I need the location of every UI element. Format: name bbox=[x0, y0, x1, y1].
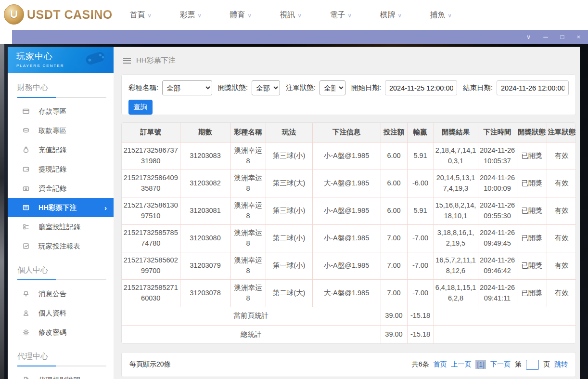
table-cell: 20,14,5,13,17,4,19,3 bbox=[434, 170, 478, 197]
column-header: 下注信息 bbox=[312, 123, 381, 142]
table-cell: 5.91 bbox=[407, 197, 434, 224]
funds-record-icon bbox=[22, 184, 30, 192]
sidebar-item-deposit[interactable]: 存款專區 bbox=[8, 102, 114, 121]
current-page-badge: [1] bbox=[475, 360, 486, 369]
jump-action-link[interactable]: 跳转 bbox=[554, 360, 568, 369]
table-cell: 31203081 bbox=[180, 197, 230, 224]
page-jump-input[interactable] bbox=[526, 360, 539, 370]
table-row: 215217325867373198031203083澳洲幸运8第三球(小)小-… bbox=[122, 142, 576, 170]
nav-item-label: 棋牌 bbox=[380, 11, 395, 19]
sidebar-item-room-bet-record[interactable]: 廳室投註記錄 bbox=[8, 217, 114, 236]
sidebar-section-title: 個人中心 bbox=[8, 262, 114, 279]
chevron-down-icon: ∨ bbox=[447, 13, 451, 18]
agent-rules-doc-icon bbox=[22, 376, 30, 379]
lottery-name-select[interactable]: 全部 bbox=[162, 80, 212, 95]
sidebar-item-funds-record[interactable]: 資金記錄 bbox=[8, 179, 114, 198]
order-status-select[interactable]: 全部 bbox=[320, 80, 345, 95]
sidebar-item-withdrawal-record[interactable]: 提現記錄 bbox=[8, 159, 114, 179]
sidebar-item-lottery-bet[interactable]: HH彩票下注› bbox=[8, 198, 114, 217]
minimize-button[interactable]: ─ bbox=[543, 34, 548, 40]
nav-item-2[interactable]: 彩票∨ bbox=[166, 10, 216, 20]
query-button[interactable]: 查詢 bbox=[128, 100, 153, 115]
table-cell: 小-A盤@1.985 bbox=[312, 252, 381, 279]
draw-status-select[interactable]: 全部 bbox=[252, 80, 280, 95]
table-cell: 31203079 bbox=[180, 252, 230, 279]
bets-table-card: 訂單號期數彩種名稱玩法下注信息投注額輸贏開獎結果下注時間開獎狀態注單狀態2152… bbox=[121, 122, 576, 344]
table-cell: 第三球(小) bbox=[266, 142, 312, 170]
summary-win-loss-total: -15.18 bbox=[407, 307, 434, 325]
table-cell: 2,18,4,7,14,10,3,1 bbox=[434, 142, 478, 170]
column-header: 投注額 bbox=[381, 123, 407, 142]
start-date-input[interactable] bbox=[385, 80, 457, 95]
sidebar-item-label: 代理規則說明 bbox=[38, 376, 80, 379]
sidebar-section-underline bbox=[17, 366, 106, 366]
prev-page-link[interactable]: 上一页 bbox=[451, 360, 471, 369]
table-row: 215217325864093587031203082澳洲幸运8第三球(大)大-… bbox=[122, 170, 576, 197]
recharge-record-icon bbox=[22, 146, 30, 154]
sidebar-item-profile-person[interactable]: 個人資料 bbox=[8, 303, 114, 323]
roll-up-button[interactable]: ∨ bbox=[526, 34, 531, 40]
table-cell: 6.00 bbox=[381, 142, 407, 170]
nav-item-3[interactable]: 體育∨ bbox=[216, 10, 266, 20]
sidebar-item-label: 修改密碼 bbox=[38, 328, 66, 337]
table-row: 215217325856029970031203079澳洲幸运8第一球(小)小-… bbox=[122, 252, 576, 279]
nav-item-6[interactable]: 棋牌∨ bbox=[366, 10, 416, 20]
sidebar-item-recharge-record[interactable]: 充值記錄 bbox=[8, 140, 114, 159]
lottery-bet-icon bbox=[22, 204, 30, 211]
sidebar-item-password-gear[interactable]: 修改密碼 bbox=[8, 323, 114, 342]
table-cell: 澳洲幸运8 bbox=[230, 197, 266, 224]
column-header: 輸贏 bbox=[407, 123, 434, 142]
bets-table: 訂單號期數彩種名稱玩法下注信息投注額輸贏開獎結果下注時間開獎狀態注單狀態2152… bbox=[122, 123, 576, 343]
column-header: 開獎狀態 bbox=[517, 123, 547, 142]
table-cell: 2024-11-26 09:41:11 bbox=[478, 279, 517, 307]
table-cell: 第一球(小) bbox=[266, 252, 312, 279]
deposit-icon bbox=[22, 107, 30, 115]
table-cell: 已開獎 bbox=[517, 142, 547, 170]
nav-item-5[interactable]: 電子∨ bbox=[316, 10, 366, 20]
table-row: 215217325861309751031203081澳洲幸运8第三球(小)小-… bbox=[122, 197, 576, 224]
table-cell: 2024-11-26 09:55:30 bbox=[478, 197, 517, 224]
hamburger-menu-icon[interactable] bbox=[123, 58, 131, 64]
table-cell: 2152173258560299700 bbox=[122, 252, 180, 279]
sidebar-item-label: 廳室投註記錄 bbox=[38, 222, 80, 232]
sidebar-item-label: 充值記錄 bbox=[38, 145, 66, 155]
next-page-link[interactable]: 下一页 bbox=[490, 360, 511, 369]
chevron-down-icon: ∨ bbox=[197, 13, 201, 18]
table-cell: 6.00 bbox=[381, 197, 407, 224]
end-date-input[interactable] bbox=[497, 80, 569, 95]
chevron-down-icon: ∨ bbox=[247, 13, 251, 18]
page-title: HH彩票下注 bbox=[136, 56, 176, 65]
total-count-text: 共6条 bbox=[412, 360, 429, 369]
draw-status-label: 開獎狀態: bbox=[218, 83, 248, 92]
nav-item-label: 彩票 bbox=[179, 11, 195, 19]
sidebar-section-underline bbox=[17, 279, 106, 280]
sidebar-item-agent-rules-doc[interactable]: 代理規則說明 bbox=[8, 370, 114, 379]
table-cell: 31203080 bbox=[180, 224, 230, 252]
table-cell: 有效 bbox=[547, 170, 576, 197]
table-cell: 澳洲幸运8 bbox=[230, 170, 266, 197]
maximize-button[interactable]: □ bbox=[561, 34, 564, 40]
column-header: 下注時間 bbox=[478, 123, 517, 142]
sidebar-item-player-bet-report[interactable]: 玩家投注報表 bbox=[8, 236, 114, 256]
withdrawal-record-icon bbox=[22, 165, 30, 173]
table-cell: 2152173258613097510 bbox=[122, 197, 180, 224]
close-button[interactable]: × bbox=[576, 34, 580, 40]
jump-prefix-text: 第 bbox=[515, 360, 522, 369]
sidebar-item-label: 取款專區 bbox=[38, 126, 66, 135]
table-cell: 7.00 bbox=[381, 279, 407, 307]
sidebar-item-notice-bell[interactable]: 消息公告 bbox=[8, 284, 114, 303]
sidebar-item-label: 提現記錄 bbox=[38, 165, 66, 174]
summary-label: 當前頁統計 bbox=[122, 307, 381, 325]
table-cell: 有效 bbox=[547, 142, 576, 170]
brand-logo[interactable]: U USDT CASINO bbox=[4, 4, 113, 25]
chevron-down-icon: ∨ bbox=[147, 13, 151, 18]
table-cell: 已開獎 bbox=[517, 252, 547, 279]
table-cell: 第三球(小) bbox=[266, 197, 312, 224]
sidebar-item-withdraw[interactable]: 取款專區 bbox=[8, 121, 114, 140]
first-page-link[interactable]: 首页 bbox=[433, 360, 447, 369]
nav-item-1[interactable]: 首頁∨ bbox=[115, 10, 166, 20]
nav-item-4[interactable]: 視訊∨ bbox=[266, 10, 316, 20]
table-cell: 大-A盤@1.985 bbox=[312, 279, 381, 307]
table-cell: 第三球(大) bbox=[266, 170, 312, 197]
nav-item-7[interactable]: 捕魚∨ bbox=[416, 10, 466, 20]
